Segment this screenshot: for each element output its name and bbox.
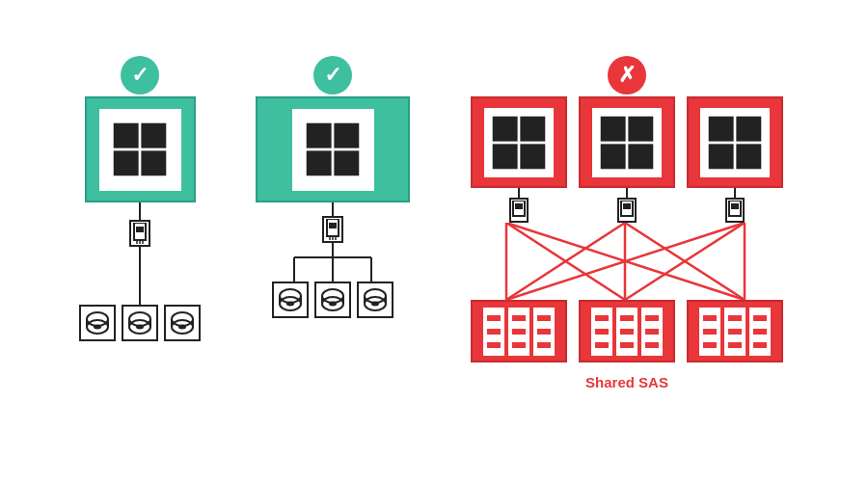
windows-logo-icon3a (490, 114, 548, 172)
svg-rect-3 (141, 150, 166, 175)
svg-rect-32 (329, 223, 337, 228)
svg-rect-26 (307, 150, 332, 175)
scenario1: ✓ (63, 48, 217, 341)
scenario1-hba (129, 202, 150, 305)
svg-rect-27 (334, 150, 359, 175)
svg-point-42 (286, 302, 294, 307)
svg-rect-64 (623, 203, 631, 209)
svg-rect-2 (114, 150, 139, 175)
scenario2: ✓ (256, 48, 410, 318)
hba-icon-s3a (512, 201, 526, 220)
svg-rect-24 (307, 123, 332, 148)
hba-icon-s3b (620, 201, 634, 220)
svg-rect-62 (628, 144, 653, 169)
main-diagram: ✓ (0, 0, 868, 483)
svg-rect-67 (709, 144, 734, 169)
svg-point-47 (329, 302, 337, 307)
scenario3: ✗ (448, 48, 805, 391)
svg-rect-58 (515, 203, 523, 209)
cross-connections (453, 223, 800, 300)
disk-icon (84, 309, 111, 336)
windows-logo-icon (111, 121, 169, 178)
disk-icon (319, 286, 346, 313)
windows-logo-icon3c (706, 114, 764, 172)
scenario3-servers (471, 96, 783, 223)
windows-logo-icon2 (304, 121, 362, 178)
svg-rect-56 (520, 144, 545, 169)
svg-rect-55 (493, 144, 518, 169)
scenario3-status-icon: ✗ (608, 56, 646, 94)
scenario2-storage (272, 282, 393, 318)
svg-rect-53 (493, 116, 518, 141)
svg-rect-8 (136, 227, 144, 232)
svg-rect-59 (601, 116, 626, 141)
scenario2-branch-lines (275, 243, 391, 282)
svg-point-23 (178, 325, 186, 330)
scenario2-status-icon: ✓ (313, 56, 352, 94)
svg-rect-66 (736, 116, 761, 141)
disk-icon (277, 286, 304, 313)
svg-rect-54 (520, 116, 545, 141)
svg-rect-68 (736, 144, 761, 169)
scenario1-storage (79, 305, 201, 341)
scenario3-storage (471, 300, 783, 362)
windows-logo-icon3b (598, 114, 656, 172)
svg-rect-61 (601, 144, 626, 169)
svg-rect-1 (141, 123, 166, 148)
scenario2-hba (322, 216, 343, 243)
svg-rect-70 (731, 203, 739, 209)
hba-icon-s3c (728, 201, 742, 220)
scenario2-server-box (256, 96, 410, 202)
svg-rect-60 (628, 116, 653, 141)
svg-rect-0 (114, 123, 139, 148)
scenario1-status-icon: ✓ (121, 56, 159, 94)
svg-rect-25 (334, 123, 359, 148)
shared-sas-label: Shared SAS (585, 374, 668, 390)
svg-point-52 (371, 302, 379, 307)
hba-icon (132, 223, 148, 244)
svg-rect-65 (709, 116, 734, 141)
scenario1-server-box (85, 96, 196, 202)
svg-point-13 (94, 325, 101, 330)
disk-icon (169, 309, 196, 336)
disk-icon (126, 309, 153, 336)
disk-icon (362, 286, 389, 313)
svg-point-18 (136, 325, 144, 330)
